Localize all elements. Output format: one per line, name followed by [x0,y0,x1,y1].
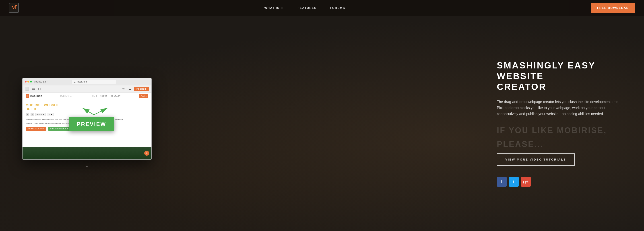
svg-line-7 [17,5,17,5]
nav-links: WHAT IS IT FEATURES FORUMS [264,6,346,10]
inner-windows-mac-btn[interactable]: FOR WINDOWS & MAC [48,127,74,131]
nav-what-is-it[interactable]: WHAT IS IT [264,6,284,10]
svg-line-6 [17,6,17,7]
inner-body-text-1: Click any text to edit or style it. Clic… [26,118,148,121]
browser-title-left: Mobirise 2.8.7 [25,80,48,83]
scroll-down-icon: ⌄ [85,163,89,168]
hero-title: SMASHINGLY EASY WEBSITE CREATOR [497,60,626,92]
hero-description: The drag-and-drop webpage creator lets y… [497,99,626,117]
inner-logo-name: MOBIRISE [30,95,42,97]
video-tutorials-button[interactable]: VIEW MORE VIDEO TUTORIALS [497,154,575,166]
toolbar-right: 👁 ☁ Publish [122,87,149,91]
inner-content: MOBIRISE WEBSITE BUILD B I Roboto ▼ 21 ▼… [22,100,152,134]
inner-controls-bar: B I Roboto ▼ 21 ▼ [26,113,148,116]
social-icons: f t g+ [497,177,626,187]
eye-icon[interactable]: 👁 [122,87,126,90]
browser-title-text: Mobirise 2.8.7 [34,80,48,83]
mobile-view-label: Mobile View [60,95,72,97]
browser-window: Mobirise 2.8.7 ☰ index.html ⬜ ▭ ◻ 👁 ☁ [22,78,152,160]
googleplus-icon[interactable]: g+ [521,177,531,187]
mobile-icon[interactable]: ◻ [38,87,41,90]
browser-titlebar: Mobirise 2.8.7 ☰ index.html [22,78,152,86]
font-select[interactable]: Roboto ▼ [36,113,46,116]
inner-nav-contact: CONTACT [110,95,120,97]
twitter-icon[interactable]: t [509,177,519,187]
browser-mockup: Mobirise 2.8.7 ☰ index.html ⬜ ▭ ◻ 👁 ☁ [22,78,152,169]
faded-text-2: PLEASE... [497,140,626,149]
inner-buttons: DOWNLOAD NOW FOR WINDOWS & MAC [26,127,148,131]
publish-button[interactable]: Publish [134,87,149,91]
tablet-icon[interactable]: ▭ [32,87,35,90]
bold-icon: B [26,113,29,116]
inner-body-text-2: Click red "+" in the bottom right corner… [26,122,148,125]
desktop-icon[interactable]: ⬜ [25,87,29,90]
logo-icon: M [9,3,19,13]
inner-heading: MOBIRISE WEBSITE BUILD [26,103,148,111]
cloud-icon[interactable]: ☁ [128,87,131,90]
logo[interactable]: M [9,3,19,13]
inner-logo: M MOBIRISE [26,94,42,98]
close-dot [25,81,26,82]
free-download-button[interactable]: FREE DOWNLOAD [591,3,635,13]
inner-publish-btn: Publish [139,94,148,98]
maximize-dot [30,81,32,82]
browser-toolbar: ⬜ ▭ ◻ 👁 ☁ Publish [22,86,152,92]
inner-nav-about: ABOUT [100,95,108,97]
inner-nav: M MOBIRISE Mobile View HOME ABOUT CONTAC… [22,92,152,100]
svg-line-8 [15,6,16,7]
minimize-dot [28,81,29,82]
add-block-button[interactable]: + [144,151,149,156]
italic-icon: I [30,113,34,116]
svg-point-0 [16,5,17,6]
browser-address-bar: ☰ index.html [72,80,116,84]
inner-nav-home: HOME [91,95,97,97]
nav-features[interactable]: FEATURES [298,6,317,10]
facebook-icon[interactable]: f [497,177,507,187]
inner-download-btn[interactable]: DOWNLOAD NOW [26,127,46,131]
inner-nav-links: HOME ABOUT CONTACT [91,95,121,97]
nav-forums[interactable]: FORUMS [330,6,345,10]
sun-icon [15,4,18,7]
main-content: Mobirise 2.8.7 ☰ index.html ⬜ ▭ ◻ 👁 ☁ [0,16,644,231]
toolbar-icons: ⬜ ▭ ◻ [25,87,41,90]
font-size[interactable]: 21 ▼ [47,113,54,116]
address-text: index.html [77,80,87,83]
right-content: SMASHINGLY EASY WEBSITE CREATOR The drag… [497,60,626,187]
navbar: M WHAT IS IT FEATURES FORUMS FREE DOWNLO… [0,0,644,16]
inner-logo-icon: M [26,94,29,98]
inner-browser-body: M MOBIRISE Mobile View HOME ABOUT CONTAC… [22,92,152,160]
inner-photo-strip: + [22,147,152,160]
faded-text-1: IF YOU LIKE MOBIRISE, [497,126,626,135]
svg-line-5 [15,5,16,5]
menu-icon: ☰ [74,80,76,83]
